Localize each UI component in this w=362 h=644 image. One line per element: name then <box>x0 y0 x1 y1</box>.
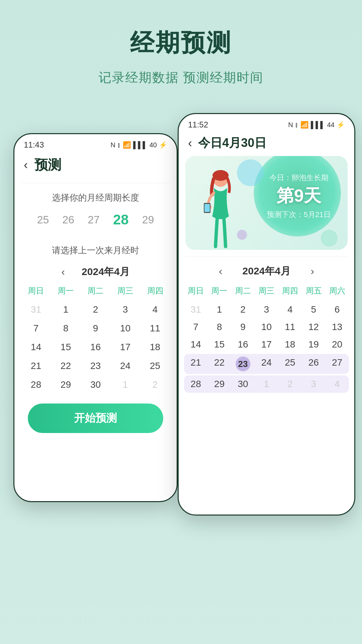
signal-icon: ▌▌▌ <box>133 141 147 149</box>
left-wday-4: 周四 <box>140 283 170 298</box>
left-day-23[interactable]: 23 <box>81 357 111 375</box>
left-day-17[interactable]: 17 <box>110 338 140 356</box>
r-day-8[interactable]: 8 <box>207 318 231 336</box>
right-battery-bolt: ⚡ <box>337 121 345 129</box>
r-day-16[interactable]: 16 <box>231 336 255 353</box>
left-wday-3: 周三 <box>110 283 140 298</box>
right-back-button[interactable]: ‹ <box>188 136 192 150</box>
left-cal-prev[interactable]: ‹ <box>61 266 65 278</box>
r-day-19[interactable]: 19 <box>302 336 325 353</box>
r-day-11[interactable]: 11 <box>278 318 302 336</box>
left-day-14[interactable]: 14 <box>21 338 51 356</box>
right-signal-icon: ▌▌▌ <box>311 121 325 129</box>
left-day-28[interactable]: 28 <box>21 376 51 393</box>
r-day-3[interactable]: 3 <box>255 301 278 318</box>
left-day-9[interactable]: 9 <box>81 320 111 337</box>
left-day-3[interactable]: 3 <box>110 301 140 318</box>
left-divider <box>21 183 170 183</box>
left-day-7[interactable]: 7 <box>21 320 51 337</box>
nfc-icon: N <box>111 141 115 149</box>
left-wday-2: 周二 <box>81 283 111 298</box>
r-day-21[interactable]: 21 <box>184 354 207 374</box>
left-status-icons: N ⫿ 📶 ▌▌▌ 40 ⚡ <box>111 141 167 149</box>
r-day-may3[interactable]: 3 <box>302 375 325 393</box>
page-main-title: 经期预测 <box>0 27 362 59</box>
r-day-26[interactable]: 26 <box>302 354 325 374</box>
r-day-13[interactable]: 13 <box>325 318 349 336</box>
r-day-23-selected[interactable]: 23 <box>236 357 250 371</box>
left-day-11[interactable]: 11 <box>140 320 170 337</box>
left-day-30[interactable]: 30 <box>81 376 111 393</box>
r-day-17[interactable]: 17 <box>255 336 278 353</box>
r-day-27[interactable]: 27 <box>325 354 349 374</box>
phones-container: 11:43 N ⫿ 📶 ▌▌▌ 40 ⚡ ‹ 预测 选择你的月经周期长度 <box>0 113 362 549</box>
left-day-8[interactable]: 8 <box>51 320 81 337</box>
r-day-1[interactable]: 1 <box>207 301 231 318</box>
r-day-31[interactable]: 31 <box>184 301 207 318</box>
r-day-6[interactable]: 6 <box>325 301 349 318</box>
right-row-4-highlight: 21 22 23 24 25 26 27 <box>184 354 349 374</box>
left-calendar-grid: 周日 周一 周二 周三 周四 31 1 2 3 4 7 8 9 <box>14 283 177 393</box>
start-predict-button[interactable]: 开始预测 <box>28 404 163 433</box>
left-week-header: 周日 周一 周二 周三 周四 <box>21 283 170 298</box>
right-week-header: 周日 周一 周二 周三 周四 周五 周六 <box>179 283 354 298</box>
r-day-24[interactable]: 24 <box>255 354 278 374</box>
right-battery-icon: 44 <box>327 121 335 129</box>
left-day-31[interactable]: 31 <box>21 301 51 318</box>
r-day-4[interactable]: 4 <box>278 301 302 318</box>
right-wday-5: 周五 <box>302 283 325 298</box>
r-day-12[interactable]: 12 <box>302 318 325 336</box>
info-card: 今日：卵泡生长期 第9天 预测下次：5月21日 <box>185 156 348 250</box>
left-day-22[interactable]: 22 <box>51 357 81 375</box>
left-day-15[interactable]: 15 <box>51 338 81 356</box>
r-day-9[interactable]: 9 <box>231 318 255 336</box>
page-sub-title: 记录经期数据 预测经期时间 <box>0 69 362 86</box>
left-day-16[interactable]: 16 <box>81 338 111 356</box>
r-day-25[interactable]: 25 <box>278 354 302 374</box>
left-day-may2[interactable]: 2 <box>140 376 170 393</box>
left-days-grid: 31 1 2 3 4 7 8 9 10 11 14 15 16 17 18 <box>21 301 170 393</box>
r-day-may4[interactable]: 4 <box>325 375 349 393</box>
r-day-may1[interactable]: 1 <box>255 375 278 393</box>
scroll-num-29: 29 <box>142 214 154 226</box>
left-day-10[interactable]: 10 <box>110 320 140 337</box>
right-cal-prev[interactable]: ‹ <box>219 265 223 277</box>
period-scroll[interactable]: 25 26 27 28 29 <box>21 207 170 234</box>
left-day-18[interactable]: 18 <box>140 338 170 356</box>
left-calendar-nav: ‹ 2024年4月 <box>14 262 177 283</box>
right-row-2: 7 8 9 10 11 12 13 <box>179 318 354 336</box>
r-day-30[interactable]: 30 <box>231 375 255 393</box>
left-back-button[interactable]: ‹ <box>24 158 28 172</box>
left-day-24[interactable]: 24 <box>110 357 140 375</box>
r-day-29[interactable]: 29 <box>207 375 231 393</box>
r-day-14[interactable]: 14 <box>184 336 207 353</box>
r-day-15[interactable]: 15 <box>207 336 231 353</box>
girl-figure <box>195 169 246 250</box>
r-day-may2[interactable]: 2 <box>278 375 302 393</box>
left-day-1[interactable]: 1 <box>51 301 81 318</box>
right-cal-next[interactable]: › <box>311 265 314 277</box>
left-day-25[interactable]: 25 <box>140 357 170 375</box>
r-day-2[interactable]: 2 <box>231 301 255 318</box>
left-day-4[interactable]: 4 <box>140 301 170 318</box>
scroll-num-27: 27 <box>88 214 100 226</box>
r-day-18[interactable]: 18 <box>278 336 302 353</box>
right-calendar: 周日 周一 周二 周三 周四 周五 周六 31 1 2 3 4 5 6 <box>179 283 354 393</box>
svg-rect-4 <box>204 204 210 212</box>
left-app-header: ‹ 预测 <box>14 152 177 179</box>
left-day-29[interactable]: 29 <box>51 376 81 393</box>
r-day-10[interactable]: 10 <box>255 318 278 336</box>
left-day-21[interactable]: 21 <box>21 357 51 375</box>
r-day-5[interactable]: 5 <box>302 301 325 318</box>
scroll-num-26: 26 <box>62 214 74 226</box>
r-day-20[interactable]: 20 <box>325 336 349 353</box>
left-day-may1[interactable]: 1 <box>110 376 140 393</box>
scroll-num-28-active[interactable]: 28 <box>113 212 129 228</box>
right-wday-6: 周六 <box>325 283 349 298</box>
r-day-22[interactable]: 22 <box>207 354 231 374</box>
r-day-28[interactable]: 28 <box>184 375 207 393</box>
info-next-label: 预测下次：5月21日 <box>267 210 331 220</box>
right-nfc-icon: N <box>288 121 293 129</box>
r-day-7[interactable]: 7 <box>184 318 207 336</box>
left-day-2[interactable]: 2 <box>81 301 111 318</box>
